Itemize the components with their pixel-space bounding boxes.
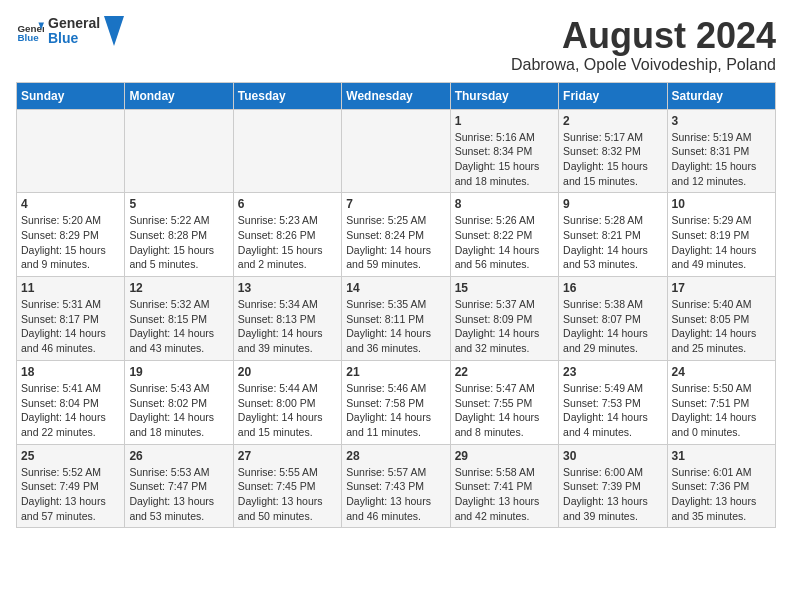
day-number: 25 bbox=[21, 449, 120, 463]
day-info-line: Sunrise: 5:40 AM bbox=[672, 297, 771, 312]
day-info-line: Sunrise: 5:55 AM bbox=[238, 465, 337, 480]
day-info: Sunrise: 5:26 AMSunset: 8:22 PMDaylight:… bbox=[455, 213, 554, 272]
day-cell: 8Sunrise: 5:26 AMSunset: 8:22 PMDaylight… bbox=[450, 193, 558, 277]
day-info-line: Sunrise: 5:22 AM bbox=[129, 213, 228, 228]
day-info-line: Sunrise: 6:01 AM bbox=[672, 465, 771, 480]
day-info: Sunrise: 5:50 AMSunset: 7:51 PMDaylight:… bbox=[672, 381, 771, 440]
day-info-line: Sunset: 7:39 PM bbox=[563, 479, 662, 494]
day-cell bbox=[125, 109, 233, 193]
day-cell: 3Sunrise: 5:19 AMSunset: 8:31 PMDaylight… bbox=[667, 109, 775, 193]
day-info: Sunrise: 5:38 AMSunset: 8:07 PMDaylight:… bbox=[563, 297, 662, 356]
day-info-line: Sunset: 8:22 PM bbox=[455, 228, 554, 243]
day-info-line: Sunrise: 5:34 AM bbox=[238, 297, 337, 312]
day-info-line: Daylight: 13 hours and 42 minutes. bbox=[455, 494, 554, 523]
day-cell: 4Sunrise: 5:20 AMSunset: 8:29 PMDaylight… bbox=[17, 193, 125, 277]
week-row-3: 11Sunrise: 5:31 AMSunset: 8:17 PMDayligh… bbox=[17, 277, 776, 361]
day-info-line: Sunset: 8:19 PM bbox=[672, 228, 771, 243]
day-info-line: Sunrise: 5:20 AM bbox=[21, 213, 120, 228]
logo: General Blue General Blue bbox=[16, 16, 124, 47]
day-number: 16 bbox=[563, 281, 662, 295]
day-number: 17 bbox=[672, 281, 771, 295]
day-number: 27 bbox=[238, 449, 337, 463]
day-info: Sunrise: 5:25 AMSunset: 8:24 PMDaylight:… bbox=[346, 213, 445, 272]
day-cell: 1Sunrise: 5:16 AMSunset: 8:34 PMDaylight… bbox=[450, 109, 558, 193]
day-info-line: Sunset: 8:02 PM bbox=[129, 396, 228, 411]
day-info-line: Sunset: 8:11 PM bbox=[346, 312, 445, 327]
day-info: Sunrise: 5:31 AMSunset: 8:17 PMDaylight:… bbox=[21, 297, 120, 356]
day-info-line: Sunrise: 5:25 AM bbox=[346, 213, 445, 228]
day-info-line: Sunset: 7:36 PM bbox=[672, 479, 771, 494]
day-info-line: Sunset: 7:55 PM bbox=[455, 396, 554, 411]
day-number: 23 bbox=[563, 365, 662, 379]
day-cell: 7Sunrise: 5:25 AMSunset: 8:24 PMDaylight… bbox=[342, 193, 450, 277]
day-info-line: Daylight: 14 hours and 46 minutes. bbox=[21, 326, 120, 355]
day-info: Sunrise: 5:22 AMSunset: 8:28 PMDaylight:… bbox=[129, 213, 228, 272]
day-info-line: Daylight: 13 hours and 46 minutes. bbox=[346, 494, 445, 523]
day-info-line: Sunrise: 5:29 AM bbox=[672, 213, 771, 228]
day-cell: 24Sunrise: 5:50 AMSunset: 7:51 PMDayligh… bbox=[667, 360, 775, 444]
day-number: 8 bbox=[455, 197, 554, 211]
day-number: 28 bbox=[346, 449, 445, 463]
day-info-line: Daylight: 13 hours and 57 minutes. bbox=[21, 494, 120, 523]
week-row-1: 1Sunrise: 5:16 AMSunset: 8:34 PMDaylight… bbox=[17, 109, 776, 193]
day-number: 7 bbox=[346, 197, 445, 211]
day-number: 18 bbox=[21, 365, 120, 379]
day-header-thursday: Thursday bbox=[450, 82, 558, 109]
day-header-tuesday: Tuesday bbox=[233, 82, 341, 109]
logo-triangle-icon bbox=[104, 16, 124, 46]
day-info-line: Sunrise: 5:26 AM bbox=[455, 213, 554, 228]
day-number: 20 bbox=[238, 365, 337, 379]
day-cell: 13Sunrise: 5:34 AMSunset: 8:13 PMDayligh… bbox=[233, 277, 341, 361]
day-info-line: Sunset: 8:34 PM bbox=[455, 144, 554, 159]
day-info: Sunrise: 5:47 AMSunset: 7:55 PMDaylight:… bbox=[455, 381, 554, 440]
day-info-line: Sunset: 7:49 PM bbox=[21, 479, 120, 494]
title-area: August 2024 Dabrowa, Opole Voivodeship, … bbox=[511, 16, 776, 74]
day-number: 21 bbox=[346, 365, 445, 379]
day-cell: 27Sunrise: 5:55 AMSunset: 7:45 PMDayligh… bbox=[233, 444, 341, 528]
day-number: 29 bbox=[455, 449, 554, 463]
day-info-line: Sunset: 8:24 PM bbox=[346, 228, 445, 243]
day-info: Sunrise: 6:01 AMSunset: 7:36 PMDaylight:… bbox=[672, 465, 771, 524]
day-info-line: Daylight: 15 hours and 15 minutes. bbox=[563, 159, 662, 188]
day-cell: 28Sunrise: 5:57 AMSunset: 7:43 PMDayligh… bbox=[342, 444, 450, 528]
day-cell: 11Sunrise: 5:31 AMSunset: 8:17 PMDayligh… bbox=[17, 277, 125, 361]
day-info-line: Sunset: 8:29 PM bbox=[21, 228, 120, 243]
day-info: Sunrise: 5:34 AMSunset: 8:13 PMDaylight:… bbox=[238, 297, 337, 356]
day-info-line: Sunset: 7:51 PM bbox=[672, 396, 771, 411]
day-info: Sunrise: 5:43 AMSunset: 8:02 PMDaylight:… bbox=[129, 381, 228, 440]
day-info-line: Daylight: 15 hours and 9 minutes. bbox=[21, 243, 120, 272]
day-info-line: Sunrise: 5:47 AM bbox=[455, 381, 554, 396]
day-info-line: Daylight: 14 hours and 18 minutes. bbox=[129, 410, 228, 439]
day-info: Sunrise: 5:19 AMSunset: 8:31 PMDaylight:… bbox=[672, 130, 771, 189]
day-number: 26 bbox=[129, 449, 228, 463]
day-cell: 26Sunrise: 5:53 AMSunset: 7:47 PMDayligh… bbox=[125, 444, 233, 528]
week-row-2: 4Sunrise: 5:20 AMSunset: 8:29 PMDaylight… bbox=[17, 193, 776, 277]
day-info: Sunrise: 5:16 AMSunset: 8:34 PMDaylight:… bbox=[455, 130, 554, 189]
day-number: 9 bbox=[563, 197, 662, 211]
day-cell bbox=[342, 109, 450, 193]
day-number: 11 bbox=[21, 281, 120, 295]
day-info-line: Daylight: 15 hours and 12 minutes. bbox=[672, 159, 771, 188]
day-info-line: Sunset: 7:43 PM bbox=[346, 479, 445, 494]
day-info-line: Daylight: 14 hours and 36 minutes. bbox=[346, 326, 445, 355]
calendar-table: SundayMondayTuesdayWednesdayThursdayFrid… bbox=[16, 82, 776, 529]
day-info-line: Sunrise: 5:16 AM bbox=[455, 130, 554, 145]
day-number: 15 bbox=[455, 281, 554, 295]
day-info-line: Daylight: 14 hours and 25 minutes. bbox=[672, 326, 771, 355]
day-info: Sunrise: 5:53 AMSunset: 7:47 PMDaylight:… bbox=[129, 465, 228, 524]
day-header-sunday: Sunday bbox=[17, 82, 125, 109]
day-info-line: Sunrise: 5:58 AM bbox=[455, 465, 554, 480]
day-info-line: Sunrise: 6:00 AM bbox=[563, 465, 662, 480]
day-cell: 29Sunrise: 5:58 AMSunset: 7:41 PMDayligh… bbox=[450, 444, 558, 528]
day-header-saturday: Saturday bbox=[667, 82, 775, 109]
day-info-line: Daylight: 14 hours and 29 minutes. bbox=[563, 326, 662, 355]
day-info-line: Sunset: 8:13 PM bbox=[238, 312, 337, 327]
day-info-line: Sunrise: 5:53 AM bbox=[129, 465, 228, 480]
day-info-line: Daylight: 14 hours and 53 minutes. bbox=[563, 243, 662, 272]
svg-text:Blue: Blue bbox=[17, 32, 39, 43]
day-info-line: Sunrise: 5:50 AM bbox=[672, 381, 771, 396]
day-cell: 9Sunrise: 5:28 AMSunset: 8:21 PMDaylight… bbox=[559, 193, 667, 277]
day-info-line: Sunrise: 5:57 AM bbox=[346, 465, 445, 480]
svg-marker-3 bbox=[104, 16, 124, 46]
day-info-line: Sunset: 8:07 PM bbox=[563, 312, 662, 327]
